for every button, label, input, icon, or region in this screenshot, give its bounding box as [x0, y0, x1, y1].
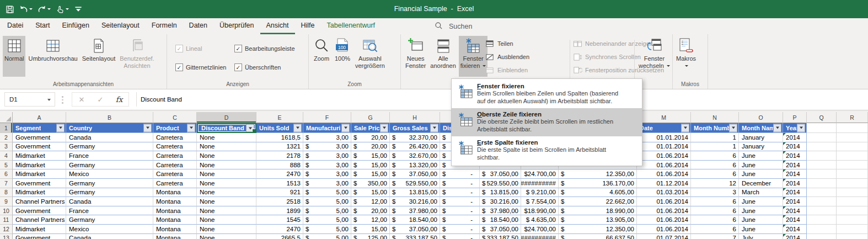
cell-O13[interactable]: July: [739, 234, 783, 239]
chevron-down-icon[interactable]: [47, 99, 51, 101]
switch-windows-button[interactable]: Fensterwechseln: [637, 36, 672, 77]
table-header-gross-sales[interactable]: Gross Sales: [390, 123, 440, 133]
cell-H13[interactable]: $333.187,50: [390, 234, 440, 239]
cell-F5[interactable]: $3,00: [303, 161, 351, 170]
filter-button[interactable]: [729, 124, 737, 132]
cell-R2[interactable]: [837, 133, 868, 142]
row-header-1[interactable]: 1: [0, 123, 13, 133]
table-header-month-number[interactable]: Month Number: [691, 123, 739, 133]
table-header-product[interactable]: Product: [153, 123, 197, 133]
cell-M10[interactable]: 01.06.2014: [637, 206, 691, 216]
cell-C13[interactable]: Montana: [153, 234, 197, 239]
cell-B7[interactable]: Germany: [66, 179, 153, 188]
cell-O3[interactable]: January: [739, 142, 783, 152]
cell-B2[interactable]: Canada: [66, 133, 153, 142]
cell-J9[interactable]: $30.216,00: [480, 197, 521, 206]
cell-O7[interactable]: December: [739, 179, 783, 188]
cell-P9[interactable]: 2014: [783, 197, 807, 206]
cell-G10[interactable]: $20,00: [351, 206, 390, 216]
table-header-discount-band[interactable]: Discount Band: [197, 123, 256, 133]
cell-A8[interactable]: Midmarket: [13, 188, 66, 198]
button-teilen[interactable]: Teilen: [485, 38, 529, 50]
row-header-9[interactable]: 9: [0, 197, 13, 206]
tab-überprüfen[interactable]: Überprüfen: [213, 18, 260, 34]
cell-E11[interactable]: 1545: [256, 215, 303, 225]
cell-Q9[interactable]: [807, 197, 837, 206]
cell-P11[interactable]: 2014: [783, 215, 807, 225]
cell-B10[interactable]: France: [66, 206, 153, 216]
cell-C7[interactable]: Carretera: [153, 179, 197, 188]
cell-H4[interactable]: $32.670,00: [390, 151, 440, 161]
cell-M7[interactable]: 01.12.2014: [637, 179, 691, 188]
cell-R6[interactable]: [837, 169, 868, 179]
filter-button[interactable]: [293, 124, 302, 132]
cell-F13[interactable]: $5,00: [303, 234, 351, 239]
cell-Q13[interactable]: [807, 234, 837, 239]
cell-D3[interactable]: None: [197, 142, 256, 152]
cell-F7[interactable]: $3,00: [303, 179, 351, 188]
cell-R1[interactable]: [837, 123, 868, 133]
cell-K6[interactable]: $24.700,00: [521, 169, 559, 179]
cell-J12[interactable]: $37.050,00: [480, 225, 521, 234]
cell-E8[interactable]: 921: [256, 188, 303, 198]
cell-L7[interactable]: $136.170,00: [559, 179, 637, 188]
cell-B13[interactable]: Canada: [66, 234, 153, 239]
cell-F12[interactable]: $5,00: [303, 225, 351, 234]
cell-B5[interactable]: Germany: [66, 161, 153, 170]
cell-C4[interactable]: Carretera: [153, 151, 197, 161]
tab-formeln[interactable]: Formeln: [146, 18, 183, 34]
menu-item-oberste-zeile-fixieren[interactable]: Oberste Zeile fixierenDie oberste Zeile …: [452, 108, 642, 136]
cell-N6[interactable]: 6: [691, 169, 739, 179]
cell-D7[interactable]: None: [197, 179, 256, 188]
cell-I11[interactable]: $-: [440, 215, 480, 225]
cell-H3[interactable]: $26.420,00: [390, 142, 440, 152]
tab-daten[interactable]: Daten: [183, 18, 213, 34]
filter-button[interactable]: [681, 124, 689, 132]
table-header-country[interactable]: Country: [66, 123, 153, 133]
cell-C11[interactable]: Montana: [153, 215, 197, 225]
cell-Q10[interactable]: [807, 206, 837, 216]
filter-button[interactable]: [143, 124, 152, 132]
button-umbruchvorschau[interactable]: Umbruchvorschau: [26, 36, 79, 77]
cell-J10[interactable]: $37.980,00: [480, 206, 521, 216]
cell-N13[interactable]: 7: [691, 234, 739, 239]
cell-A11[interactable]: Channel Partners: [13, 215, 66, 225]
checkbox-lineal[interactable]: ✓Lineal: [175, 44, 202, 53]
table-header-date[interactable]: Date: [637, 123, 691, 133]
tab-ansicht[interactable]: Ansicht: [260, 18, 295, 34]
cell-O2[interactable]: January: [739, 133, 783, 142]
cell-D4[interactable]: None: [197, 151, 256, 161]
cell-D10[interactable]: None: [197, 206, 256, 216]
cell-D8[interactable]: None: [197, 188, 256, 198]
filter-button[interactable]: [341, 124, 350, 132]
cell-N7[interactable]: 12: [691, 179, 739, 188]
cell-A12[interactable]: Midmarket: [13, 225, 66, 234]
cell-D2[interactable]: None: [197, 133, 256, 142]
cell-K13[interactable]: ##########: [521, 234, 559, 239]
cell-O4[interactable]: June: [739, 151, 783, 161]
cell-C6[interactable]: Carretera: [153, 169, 197, 179]
cell-R4[interactable]: [837, 151, 868, 161]
row-header-12[interactable]: 12: [0, 225, 13, 234]
row-header-8[interactable]: 8: [0, 188, 13, 198]
cell-F9[interactable]: $5,00: [303, 197, 351, 206]
cell-Q5[interactable]: [807, 161, 837, 170]
column-header-O[interactable]: O: [739, 112, 783, 123]
menu-item-erste-spalte-fixieren[interactable]: Erste Spalte fixierenDie erste Spalte is…: [452, 136, 642, 164]
cell-I9[interactable]: $-: [440, 197, 480, 206]
cell-G11[interactable]: $12,00: [351, 215, 390, 225]
cell-N3[interactable]: 1: [691, 142, 739, 152]
cell-N8[interactable]: 3: [691, 188, 739, 198]
cell-E4[interactable]: 2178: [256, 151, 303, 161]
cell-C9[interactable]: Montana: [153, 197, 197, 206]
cell-J8[interactable]: $13.815,00: [480, 188, 521, 198]
cell-G5[interactable]: $15,00: [351, 161, 390, 170]
cell-K10[interactable]: $18.990,00: [521, 206, 559, 216]
cell-R10[interactable]: [837, 206, 868, 216]
cell-A7[interactable]: Government: [13, 179, 66, 188]
cell-C12[interactable]: Montana: [153, 225, 197, 234]
column-header-F[interactable]: F: [303, 112, 351, 123]
cell-H12[interactable]: $37.050,00: [390, 225, 440, 234]
cell-O9[interactable]: June: [739, 197, 783, 206]
cell-G2[interactable]: $20,00: [351, 133, 390, 142]
